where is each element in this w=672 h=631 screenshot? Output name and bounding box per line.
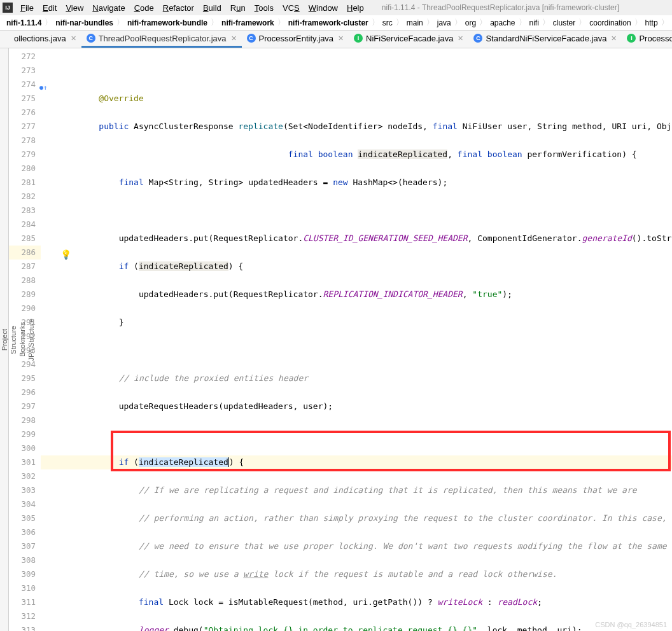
- crumb[interactable]: apache: [487, 17, 517, 29]
- interface-icon: I: [354, 34, 363, 43]
- editor-tabs: ollections.java✕ CThreadPoolRequestRepli…: [0, 31, 672, 48]
- crumb[interactable]: nifi-nar-bundles: [53, 17, 116, 29]
- menu-help[interactable]: Help: [343, 2, 368, 14]
- tab-label: ProcessorDAO.: [639, 34, 672, 43]
- annotation: @Override: [99, 94, 143, 103]
- menu-bar: IJ File Edit View Navigate Code Refactor…: [0, 0, 672, 15]
- chevron-right-icon: 〉: [372, 17, 379, 28]
- close-icon[interactable]: ✕: [611, 34, 617, 43]
- tab[interactable]: ollections.java✕: [9, 31, 81, 48]
- menu-view[interactable]: View: [62, 2, 87, 14]
- menu-edit[interactable]: Edit: [39, 2, 60, 14]
- tab[interactable]: CProcessorEntity.java✕: [242, 31, 349, 48]
- chevron-right-icon: 〉: [661, 17, 669, 28]
- menu-build[interactable]: Build: [199, 2, 225, 14]
- crumb[interactable]: cluster: [550, 17, 578, 29]
- chevron-right-icon: 〉: [542, 17, 550, 28]
- tab-label: StandardNiFiServiceFacade.java: [486, 34, 606, 43]
- menu-tools[interactable]: Tools: [251, 2, 277, 14]
- crumb[interactable]: nifi: [527, 17, 542, 29]
- chevron-right-icon: 〉: [634, 17, 642, 28]
- crumb[interactable]: nifi-framework: [219, 17, 277, 29]
- tab[interactable]: CStandardNiFiServiceFacade.java✕: [468, 31, 622, 48]
- chevron-right-icon: 〉: [479, 17, 487, 28]
- class-icon: C: [87, 34, 95, 43]
- close-icon[interactable]: ✕: [458, 34, 463, 43]
- menu-window[interactable]: Window: [305, 2, 342, 14]
- chevron-right-icon: 〉: [396, 17, 403, 28]
- tab-label: ProcessorEntity.java: [259, 34, 334, 43]
- close-icon[interactable]: ✕: [338, 34, 344, 43]
- code-editor[interactable]: @Override public AsyncClusterResponse re…: [41, 48, 672, 631]
- class-icon: C: [473, 34, 482, 43]
- crumb[interactable]: nifi-framework-cluster: [286, 17, 371, 29]
- crumb[interactable]: main: [404, 17, 426, 29]
- crumb[interactable]: rep: [669, 17, 672, 29]
- app-icon: IJ: [3, 3, 13, 13]
- tab-label: ollections.java: [14, 34, 66, 43]
- crumb[interactable]: nifi-1.11.4: [4, 17, 44, 29]
- menu-vcs[interactable]: VCS: [279, 2, 304, 14]
- crumb[interactable]: src: [380, 17, 395, 29]
- tab[interactable]: IProcessorDAO.: [622, 31, 672, 48]
- crumb[interactable]: org: [463, 17, 479, 29]
- chevron-right-icon: 〉: [519, 17, 526, 28]
- menu-refactor[interactable]: Refactor: [159, 2, 198, 14]
- close-icon[interactable]: ✕: [231, 34, 237, 43]
- interface-icon: I: [627, 34, 636, 43]
- tab[interactable]: INiFiServiceFacade.java✕: [349, 31, 468, 48]
- tab[interactable]: CThreadPoolRequestReplicator.java✕: [81, 31, 242, 48]
- tab-label: NiFiServiceFacade.java: [366, 34, 453, 43]
- crumb[interactable]: coordination: [587, 17, 633, 29]
- menu-file[interactable]: File: [17, 2, 38, 14]
- breadcrumb: nifi-1.11.4〉 nifi-nar-bundles〉 nifi-fram…: [0, 15, 672, 31]
- chevron-right-icon: 〉: [116, 17, 124, 28]
- menu-code[interactable]: Code: [130, 2, 158, 14]
- crumb[interactable]: http: [643, 17, 661, 29]
- left-sidebar: Project Structure Bookmarks JPA Structur…: [0, 48, 9, 631]
- crumb[interactable]: java: [435, 17, 454, 29]
- chevron-right-icon: 〉: [277, 17, 285, 28]
- watermark: CSDN @qq_26394851: [595, 621, 667, 628]
- chevron-right-icon: 〉: [426, 17, 434, 28]
- class-icon: C: [247, 34, 256, 43]
- menu-navigate[interactable]: Navigate: [88, 2, 129, 14]
- chevron-right-icon: 〉: [45, 17, 52, 28]
- sidebar-project[interactable]: Project: [0, 324, 9, 356]
- line-gutter: 272273274●↑27527627727827928028128228328…: [9, 48, 41, 631]
- close-icon[interactable]: ✕: [71, 34, 76, 43]
- chevron-right-icon: 〉: [211, 17, 218, 28]
- chevron-right-icon: 〉: [454, 17, 462, 28]
- chevron-right-icon: 〉: [578, 17, 586, 28]
- crumb[interactable]: nifi-framework-bundle: [125, 17, 210, 29]
- tab-label: ThreadPoolRequestReplicator.java: [99, 34, 227, 43]
- window-title: nifi-1.11.4 - ThreadPoolRequestReplicato…: [382, 3, 619, 12]
- menu-run[interactable]: Run: [227, 2, 249, 14]
